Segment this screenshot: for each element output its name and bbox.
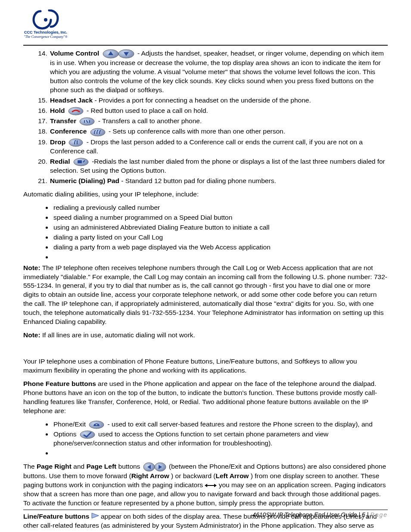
item-text: - Transfers a call to another phone. (98, 117, 202, 124)
phone-feature-buttons-label: Phone Feature buttons (23, 380, 96, 387)
item-text: -Redials the last number dialed from the… (50, 158, 385, 174)
features-intro: Your IP telephone uses a combination of … (23, 357, 388, 375)
bullet-label: Phone/Exit (53, 420, 86, 428)
bullet-label: Options (53, 430, 76, 438)
drop-button-icon (68, 138, 84, 147)
item-label: Volume Control (50, 50, 99, 57)
footer-doc-title: 4610SW IP Telephone End User Guide (252, 511, 357, 518)
svg-rect-12 (96, 424, 97, 425)
list-item: Conference - Sets up conference calls wi… (49, 127, 388, 136)
item-label: Conference (50, 128, 87, 135)
svg-point-7 (90, 128, 105, 136)
phone-exit-button-icon (88, 420, 105, 429)
double-arrow-icon (205, 481, 217, 490)
item-label: Headset Jack (50, 96, 93, 104)
note-text: If all lines are in use, automatic diali… (40, 331, 195, 339)
phone-feature-bullets: Phone/Exit - used to exit call server-ba… (53, 420, 388, 458)
list-item: Transfer - Transfers a call to another p… (49, 117, 388, 126)
svg-rect-10 (78, 160, 82, 163)
svg-marker-20 (214, 484, 217, 487)
svg-point-0 (44, 18, 47, 22)
company-logo: CCC Technologies, Inc. "The Convergence … (23, 9, 68, 43)
note-paragraph-1: Note: The IP telephone often receives te… (23, 264, 388, 327)
list-item: dialing a party listed on your Call Log (53, 233, 388, 242)
item-label: Numeric (Dialing) Pad (50, 177, 119, 184)
svg-point-5 (68, 107, 83, 115)
page-footer: 4610SW IP Telephone End User Guide | 5 |… (23, 510, 388, 519)
hold-button-icon (68, 106, 84, 115)
note-text: The IP telephone often receives telephon… (23, 264, 387, 326)
right-arrow-label: Right Arrow (131, 472, 169, 479)
redial-button-icon (73, 157, 89, 166)
list-item: using an administered Abbreviated Dialin… (53, 223, 388, 232)
note-paragraph-2: Note: If all lines are in use, automatic… (23, 331, 388, 340)
item-text: - Adjusts the handset, speaker, headset,… (50, 50, 384, 93)
list-item (53, 449, 388, 458)
list-item: redialing a previously called number (53, 203, 388, 212)
item-text: - Drops the last person added to a Confe… (50, 138, 363, 155)
footer-page-number: 5 (362, 511, 365, 518)
page-left-label: Page Left (86, 463, 116, 470)
company-tagline: "The Convergence Company"® (23, 35, 68, 40)
svg-point-13 (80, 431, 95, 439)
list-item: Phone/Exit - used to exit call server-ba… (53, 420, 388, 429)
list-item (53, 253, 388, 262)
svg-point-8 (69, 139, 83, 146)
list-item: speed dialing a number programmed on a S… (53, 213, 388, 222)
list-item: Hold - Red button used to place a call o… (49, 106, 388, 115)
list-item: Headset Jack - Provides a port for conne… (49, 96, 388, 105)
left-arrow-label: Left Arrow (215, 472, 249, 479)
list-item: Numeric (Dialing) Pad - Standard 12 butt… (49, 177, 388, 186)
item-label: Drop (50, 138, 65, 146)
list-item: Redial -Redials the last number dialed f… (49, 157, 388, 175)
list-item: Options used to access the Options funct… (53, 430, 388, 448)
note-label: Note: (23, 264, 40, 271)
list-item: Drop - Drops the last person added to a … (49, 138, 388, 156)
svg-marker-19 (205, 484, 207, 487)
item-text: - Standard 12 button pad for dialing pho… (119, 177, 276, 184)
footer-page-word: Page (370, 511, 388, 518)
list-item: Volume Control - Adjusts the handset, sp… (49, 49, 388, 95)
header-divider (23, 45, 388, 46)
item-label: Transfer (50, 117, 76, 124)
auto-dialing-list: redialing a previously called number spe… (53, 203, 388, 262)
transfer-button-icon (79, 117, 95, 126)
feature-numbered-list: Volume Control - Adjusts the handset, sp… (49, 49, 388, 186)
bullet-text: - used to exit call server-based feature… (108, 420, 373, 428)
item-label: Redial (50, 158, 70, 165)
auto-dialing-intro: Automatic dialing abilities, using your … (23, 190, 388, 199)
company-name: CCC Technologies, Inc. (23, 30, 68, 35)
list-item: dialing a party from a web page displaye… (53, 243, 388, 252)
options-button-icon (79, 430, 96, 439)
page-right-left-para: The Page Right and Page Left buttons (be… (23, 462, 388, 508)
note-label: Note: (23, 331, 40, 339)
page-left-right-buttons-icon (143, 462, 166, 472)
item-text: - Red button used to place a call on hol… (87, 107, 208, 114)
item-text: - Provides a port for connecting a heads… (93, 96, 311, 104)
phone-feature-buttons-para: Phone Feature buttons are used in the Ph… (23, 380, 388, 416)
item-text: - Sets up conference calls with more tha… (109, 128, 285, 135)
volume-buttons-icon (102, 49, 135, 59)
item-label: Hold (50, 107, 65, 114)
page-right-label: Page Right (37, 463, 72, 470)
conference-button-icon (90, 128, 106, 137)
